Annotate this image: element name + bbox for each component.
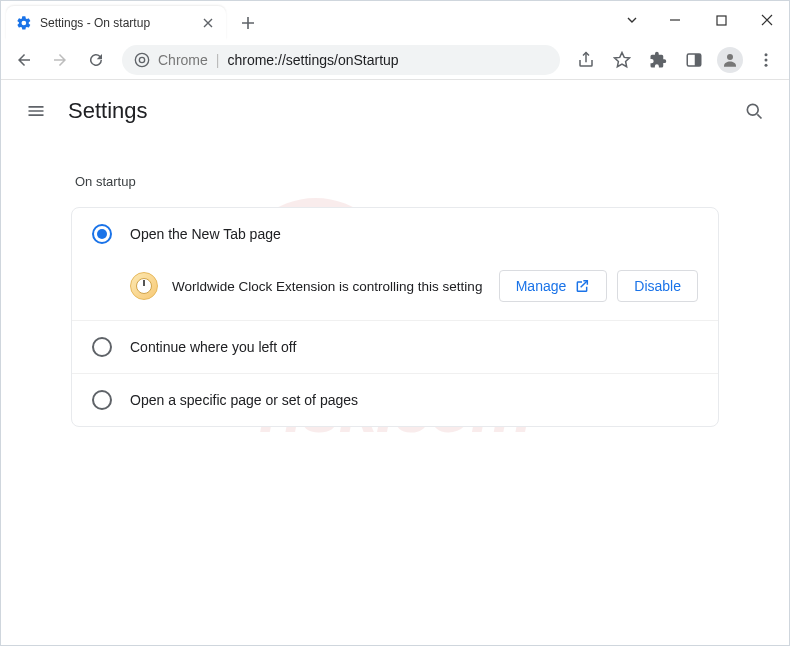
side-panel-icon[interactable] xyxy=(678,44,710,76)
disable-label: Disable xyxy=(634,278,681,294)
options-card: Open the New Tab page Worldwide Clock Ex… xyxy=(71,207,719,427)
menu-dots-icon[interactable] xyxy=(750,44,782,76)
option-label: Continue where you left off xyxy=(130,339,296,355)
option-label: Open the New Tab page xyxy=(130,226,281,242)
share-icon[interactable] xyxy=(570,44,602,76)
gear-icon xyxy=(16,15,32,31)
svg-rect-0 xyxy=(717,16,726,25)
settings-header: Settings xyxy=(0,80,790,142)
extensions-icon[interactable] xyxy=(642,44,674,76)
option-label: Open a specific page or set of pages xyxy=(130,392,358,408)
open-external-icon xyxy=(574,278,590,294)
option-continue[interactable]: Continue where you left off xyxy=(72,320,718,373)
reload-button[interactable] xyxy=(80,44,112,76)
radio-unselected[interactable] xyxy=(92,337,112,357)
option-new-tab[interactable]: Open the New Tab page xyxy=(72,208,718,260)
svg-point-7 xyxy=(765,58,768,61)
radio-unselected[interactable] xyxy=(92,390,112,410)
hamburger-menu-icon[interactable] xyxy=(24,99,48,123)
extension-notice: Worldwide Clock Extension is controlling… xyxy=(72,260,718,320)
svg-point-6 xyxy=(765,53,768,56)
window-controls xyxy=(612,0,790,40)
browser-tab[interactable]: Settings - On startup xyxy=(6,6,226,40)
disable-button[interactable]: Disable xyxy=(617,270,698,302)
back-button[interactable] xyxy=(8,44,40,76)
svg-point-2 xyxy=(139,57,144,62)
clock-extension-icon xyxy=(130,272,158,300)
svg-rect-4 xyxy=(695,54,701,66)
maximize-button[interactable] xyxy=(698,4,744,36)
address-bar[interactable]: Chrome | chrome://settings/onStartup xyxy=(122,45,560,75)
on-startup-section: On startup Open the New Tab page Worldwi… xyxy=(55,162,735,427)
manage-label: Manage xyxy=(516,278,567,294)
chrome-icon xyxy=(134,52,150,68)
notice-text: Worldwide Clock Extension is controlling… xyxy=(172,279,485,294)
tab-title: Settings - On startup xyxy=(40,16,200,30)
url-prefix: Chrome xyxy=(158,52,208,68)
browser-toolbar: Chrome | chrome://settings/onStartup xyxy=(0,40,790,80)
bookmark-star-icon[interactable] xyxy=(606,44,638,76)
search-icon[interactable] xyxy=(742,99,766,123)
titlebar: Settings - On startup xyxy=(0,0,790,40)
forward-button[interactable] xyxy=(44,44,76,76)
profile-avatar[interactable] xyxy=(714,44,746,76)
svg-point-1 xyxy=(135,53,148,66)
section-title: On startup xyxy=(71,162,719,207)
page-title: Settings xyxy=(68,98,148,124)
close-window-button[interactable] xyxy=(744,4,790,36)
minimize-button[interactable] xyxy=(652,4,698,36)
new-tab-button[interactable] xyxy=(234,9,262,37)
manage-button[interactable]: Manage xyxy=(499,270,608,302)
url-path: chrome://settings/onStartup xyxy=(227,52,398,68)
option-specific-pages[interactable]: Open a specific page or set of pages xyxy=(72,373,718,426)
svg-point-9 xyxy=(747,104,758,115)
notice-actions: Manage Disable xyxy=(499,270,698,302)
svg-point-5 xyxy=(727,54,733,60)
close-tab-icon[interactable] xyxy=(200,15,216,31)
chevron-down-icon[interactable] xyxy=(612,4,652,36)
radio-selected[interactable] xyxy=(92,224,112,244)
svg-point-8 xyxy=(765,63,768,66)
url-separator: | xyxy=(216,52,220,68)
page-content: Settings On startup Open the New Tab pag… xyxy=(0,80,790,427)
